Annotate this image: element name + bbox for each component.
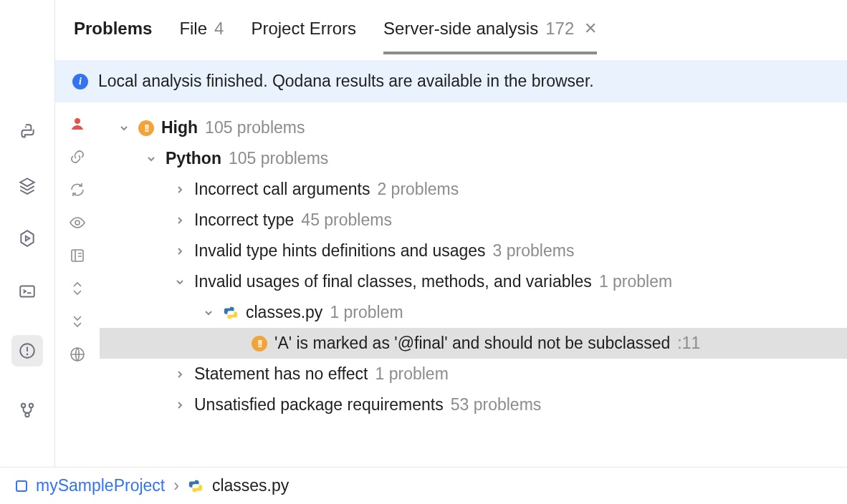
inspection-count: 45 problems <box>301 210 392 230</box>
inspection-count: 3 problems <box>493 241 575 261</box>
language-group-python[interactable]: Python 105 problems <box>100 143 847 174</box>
inspection-row[interactable]: Incorrect type 45 problems <box>100 205 847 236</box>
refresh-icon[interactable] <box>69 181 86 198</box>
python-file-icon <box>188 478 204 494</box>
svg-point-8 <box>75 220 80 225</box>
inspection-label: Invalid usages of final classes, methods… <box>194 272 592 291</box>
inspection-count: 1 problem <box>599 272 672 291</box>
svg-rect-1 <box>20 286 34 296</box>
file-row[interactable]: classes.py 1 problem <box>100 297 847 328</box>
tab-project-errors[interactable]: Project Errors <box>251 10 356 54</box>
problems-tool-active[interactable] <box>11 335 43 367</box>
inspection-count: 53 problems <box>451 395 542 415</box>
inspection-count: 1 problem <box>375 364 449 384</box>
severity-label: High <box>161 118 198 137</box>
tab-label: Problems <box>74 19 152 39</box>
svg-rect-9 <box>72 250 83 261</box>
chevron-right-icon <box>173 213 187 228</box>
svg-point-7 <box>75 118 80 124</box>
tab-count: 172 <box>545 19 574 39</box>
tab-file[interactable]: File 4 <box>179 10 224 54</box>
svg-point-4 <box>21 404 25 407</box>
tab-problems[interactable]: Problems <box>74 10 152 54</box>
chevron-right-icon <box>173 183 187 197</box>
inspection-label: Invalid type hints definitions and usage… <box>194 241 486 261</box>
tab-label: File <box>179 19 207 39</box>
chevron-down-icon <box>173 275 187 289</box>
inspection-row[interactable]: Unsatisfied package requirements 53 prob… <box>100 389 847 420</box>
inspection-row[interactable]: Invalid type hints definitions and usage… <box>100 236 847 266</box>
info-banner: i Local analysis finished. Qodana result… <box>55 60 847 102</box>
info-icon: i <box>72 74 88 89</box>
python-file-icon <box>223 305 239 321</box>
inspection-label: Unsatisfied package requirements <box>194 395 444 415</box>
collapse-all-icon[interactable] <box>69 313 86 330</box>
problems-tool-icon <box>18 341 37 360</box>
language-count: 105 problems <box>229 149 328 168</box>
chevron-down-icon <box>201 306 216 320</box>
file-name: classes.py <box>246 303 322 322</box>
warning-icon: !! <box>252 336 267 352</box>
layers-tool-icon[interactable] <box>18 176 37 195</box>
file-count: 1 problem <box>330 303 403 322</box>
side-toolbar <box>55 102 100 467</box>
inspection-label: Statement has no effect <box>194 364 368 384</box>
language-label: Python <box>166 149 221 168</box>
chevron-right-icon <box>173 398 187 412</box>
inspection-label: Incorrect call arguments <box>194 180 370 199</box>
tab-count: 4 <box>214 19 224 39</box>
link-icon[interactable] <box>69 148 86 165</box>
eye-icon[interactable] <box>69 214 86 231</box>
inspection-count: 2 problems <box>377 180 459 199</box>
tabs-bar: Problems File 4 Project Errors Server-si… <box>55 0 847 54</box>
vcs-tool-icon[interactable] <box>18 401 37 420</box>
tab-server-analysis[interactable]: Server-side analysis 172 ✕ <box>383 10 597 54</box>
chevron-down-icon <box>117 121 131 135</box>
globe-icon[interactable] <box>69 346 86 363</box>
inspection-row-expanded[interactable]: Invalid usages of final classes, methods… <box>100 266 847 297</box>
warning-icon: !! <box>138 120 154 136</box>
chevron-down-icon <box>144 152 158 166</box>
banner-text: Local analysis finished. Qodana results … <box>98 72 594 91</box>
svg-point-0 <box>25 126 27 127</box>
problems-tree: !! High 105 problems Python 105 problems… <box>100 102 847 467</box>
left-tool-rail <box>0 0 55 467</box>
run-tool-icon[interactable] <box>18 229 37 248</box>
chevron-right-icon <box>173 244 187 258</box>
inspection-row[interactable]: Statement has no effect 1 problem <box>100 359 847 389</box>
issue-line: :11 <box>677 334 700 353</box>
expand-collapse-icon[interactable] <box>69 280 86 297</box>
issue-row-selected[interactable]: !! 'A' is marked as '@final' and should … <box>100 328 847 359</box>
python-tool-icon[interactable] <box>18 123 37 142</box>
terminal-tool-icon[interactable] <box>18 282 37 301</box>
chevron-right-icon: › <box>173 476 179 495</box>
breadcrumb-project[interactable]: mySampleProject <box>36 476 165 495</box>
svg-point-3 <box>27 354 29 356</box>
panel-icon[interactable] <box>69 247 86 264</box>
inspection-row[interactable]: Incorrect call arguments 2 problems <box>100 174 847 205</box>
inspection-label: Incorrect type <box>194 210 294 230</box>
tab-label: Server-side analysis <box>383 19 538 39</box>
severity-group-high[interactable]: !! High 105 problems <box>100 112 847 143</box>
project-icon <box>16 480 27 492</box>
tab-label: Project Errors <box>251 19 356 39</box>
breadcrumb: mySampleProject › classes.py <box>0 467 847 504</box>
chevron-right-icon <box>173 367 187 382</box>
user-icon[interactable] <box>69 115 86 132</box>
severity-count: 105 problems <box>205 118 305 137</box>
close-icon[interactable]: ✕ <box>584 19 597 38</box>
svg-point-5 <box>29 404 33 407</box>
breadcrumb-file[interactable]: classes.py <box>212 476 289 495</box>
issue-text: 'A' is marked as '@final' and should not… <box>274 334 670 353</box>
